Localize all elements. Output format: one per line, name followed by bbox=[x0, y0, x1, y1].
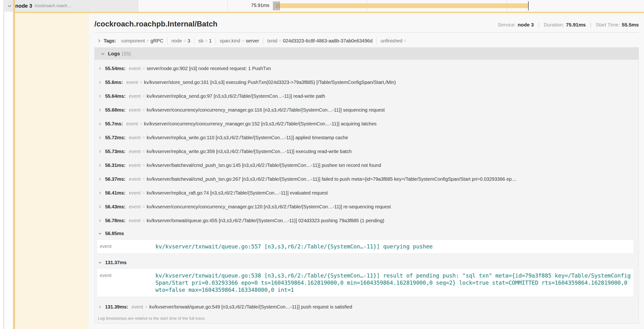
tag-key: txnid bbox=[267, 38, 277, 44]
span-name-cell[interactable]: node 3 /cockroach.roach… bbox=[4, 0, 138, 12]
tags-accordion[interactable]: Tags: component=gRPCnode=3sb=1span.kind=… bbox=[94, 36, 639, 46]
log-row[interactable]: 56.41ms:event=kv/kvserver/replica_raft.g… bbox=[94, 186, 638, 200]
chevron-right-icon[interactable] bbox=[98, 305, 105, 309]
log-timestamp: 56.41ms: bbox=[105, 190, 126, 196]
log-message: kv/kvserver/txnwait/queue.go:455 [n3,s3,… bbox=[146, 218, 384, 224]
meta-separator: | bbox=[538, 22, 540, 28]
log-field-key: event bbox=[126, 80, 138, 85]
log-field-key: event bbox=[129, 218, 140, 224]
tag-value: server bbox=[246, 38, 259, 44]
log-message: kv/kvserver/batcheval/cmd_push_txn.go:14… bbox=[146, 162, 381, 168]
log-row[interactable]: 56.78ms:event=kv/kvserver/txnwait/queue.… bbox=[94, 214, 638, 228]
tag-span.kind[interactable]: span.kind=server bbox=[216, 37, 263, 44]
log-field-key: event bbox=[129, 107, 140, 113]
span-service-name: node 3 bbox=[15, 3, 32, 9]
log-field-key: event bbox=[129, 94, 140, 99]
log-row[interactable]: 55.68ms:event=kv/kvserver/concurrency/co… bbox=[94, 103, 638, 117]
log-timestamp: 131.37ms bbox=[105, 260, 126, 265]
log-message: kv/kvserver/txnwait/queue.go:549 [n3,s3,… bbox=[149, 304, 352, 310]
chevron-right-icon[interactable] bbox=[98, 108, 105, 112]
log-row[interactable]: 55.54ms:event=server/node.go:902 [n3] no… bbox=[94, 62, 638, 75]
chevron-right-icon[interactable] bbox=[98, 163, 105, 167]
log-timestamp: 55.68ms: bbox=[105, 107, 126, 113]
log-message: kv/kvserver/batcheval/cmd_push_txn.go:26… bbox=[146, 176, 516, 182]
log-marker-tick bbox=[278, 2, 278, 10]
chevron-right-icon[interactable] bbox=[98, 177, 105, 181]
log-row[interactable]: 55.73ms:event=kv/kvserver/replica_write.… bbox=[94, 144, 638, 158]
chevron-down-icon[interactable] bbox=[98, 232, 105, 236]
tag-equals: = bbox=[205, 38, 208, 44]
tag-value: gRPC bbox=[151, 38, 163, 44]
tag-key: span.kind bbox=[220, 38, 240, 44]
log-detail-box: eventkv/kvserver/txnwait/queue.go:538 [n… bbox=[97, 268, 634, 297]
log-detail-box: eventkv/kvserver/txnwait/queue.go:557 [n… bbox=[97, 239, 634, 254]
log-equals: = bbox=[140, 121, 142, 126]
chevron-down-icon[interactable] bbox=[7, 4, 12, 8]
chevron-right-icon[interactable] bbox=[98, 191, 105, 195]
tag-node[interactable]: node=3 bbox=[168, 37, 194, 44]
log-row[interactable]: 55.64ms:event=kv/kvserver/replica_send.g… bbox=[94, 89, 638, 103]
duration-label: Duration: bbox=[544, 22, 564, 28]
tag-value: 024d3323-6c8f-4863-aa8b-37ab0e63496d bbox=[283, 38, 372, 44]
log-row[interactable]: 55.6ms:event=kv/kvserver/store_send.go:1… bbox=[94, 75, 638, 89]
log-marker-tick bbox=[274, 2, 275, 10]
left-gutter bbox=[0, 0, 4, 329]
tag-txnid[interactable]: txnid=024d3323-6c8f-4863-aa8b-37ab0e6349… bbox=[263, 37, 377, 44]
log-timestamp: 55.72ms: bbox=[105, 135, 126, 140]
log-equals: = bbox=[145, 304, 148, 310]
span-bar[interactable] bbox=[275, 3, 528, 8]
log-row[interactable]: 55.7ms:event=kv/kvserver/concurrency/con… bbox=[94, 117, 638, 131]
tag-value: 3 bbox=[188, 38, 190, 44]
duration-value: 75.91ms bbox=[566, 22, 586, 28]
chevron-right-icon[interactable] bbox=[98, 136, 105, 140]
log-row[interactable]: 55.72ms:event=kv/kvserver/replica_write.… bbox=[94, 131, 638, 144]
chevron-right-icon[interactable] bbox=[98, 122, 105, 126]
span-detail-panel: /cockroach.roachpb.Internal/Batch Servic… bbox=[88, 13, 644, 329]
log-timestamp: 55.6ms: bbox=[105, 80, 123, 85]
chevron-right-icon[interactable] bbox=[98, 80, 105, 84]
chevron-right-icon[interactable] bbox=[98, 150, 105, 154]
log-equals: = bbox=[142, 190, 145, 196]
log-row[interactable]: 131.39ms:event=kv/kvserver/txnwait/queue… bbox=[94, 300, 638, 314]
tags-list: component=gRPCnode=3sb=1span.kind=server… bbox=[118, 37, 412, 44]
log-row[interactable]: 56.37ms:event=kv/kvserver/batcheval/cmd_… bbox=[94, 172, 638, 186]
tag-sb[interactable]: sb=1 bbox=[194, 37, 216, 44]
log-timestamp: 56.78ms: bbox=[105, 218, 126, 224]
logs-accordion-header[interactable]: Logs (15) bbox=[94, 48, 638, 60]
chevron-down-icon[interactable] bbox=[100, 52, 105, 56]
tag-key: node bbox=[171, 38, 182, 44]
span-color-accent-bar bbox=[13, 0, 15, 329]
chevron-right-icon[interactable] bbox=[97, 38, 101, 43]
chevron-down-icon[interactable] bbox=[98, 260, 105, 265]
log-timestamp: 131.39ms: bbox=[105, 304, 128, 310]
log-equals: = bbox=[142, 149, 145, 154]
chevron-right-icon[interactable] bbox=[98, 218, 105, 223]
log-row-expanded-header[interactable]: 131.37ms bbox=[94, 256, 638, 268]
logs-title: Logs bbox=[108, 51, 120, 56]
tag-equals: = bbox=[242, 38, 244, 44]
log-field-key: event bbox=[126, 121, 138, 126]
log-equals: = bbox=[142, 66, 145, 71]
span-title: /cockroach.roachpb.Internal/Batch bbox=[94, 20, 218, 28]
log-row-expanded-header[interactable]: 56.85ms bbox=[94, 228, 638, 239]
log-timestamp: 56.31ms: bbox=[105, 162, 126, 168]
log-timestamp: 56.85ms bbox=[105, 231, 124, 236]
log-row[interactable]: 56.43ms:event=kv/kvserver/concurrency/co… bbox=[94, 200, 638, 214]
chevron-right-icon[interactable] bbox=[98, 66, 105, 70]
log-row[interactable]: 56.31ms:event=kv/kvserver/batcheval/cmd_… bbox=[94, 158, 638, 172]
chevron-right-icon[interactable] bbox=[98, 94, 105, 98]
log-field-key: event bbox=[100, 272, 156, 294]
tag-unfinished[interactable]: unfinished= bbox=[377, 37, 412, 44]
tag-component[interactable]: component=gRPC bbox=[118, 37, 168, 44]
selected-span-row-background bbox=[15, 13, 88, 329]
log-marker-tick bbox=[277, 2, 277, 10]
service-value: node 3 bbox=[518, 22, 534, 28]
log-timestamp: 56.43ms: bbox=[105, 204, 126, 210]
log-equals: = bbox=[140, 80, 142, 85]
log-field-value[interactable]: kv/kvserver/txnwait/queue.go:538 [n3,s3,… bbox=[156, 272, 631, 294]
tag-key: component bbox=[121, 38, 145, 44]
log-timestamp: 55.64ms: bbox=[105, 94, 126, 99]
log-field-value[interactable]: kv/kvserver/txnwait/queue.go:557 [n3,s3,… bbox=[156, 243, 631, 250]
chevron-right-icon[interactable] bbox=[98, 205, 105, 209]
span-operation-name: /cockroach.roach… bbox=[34, 3, 72, 8]
